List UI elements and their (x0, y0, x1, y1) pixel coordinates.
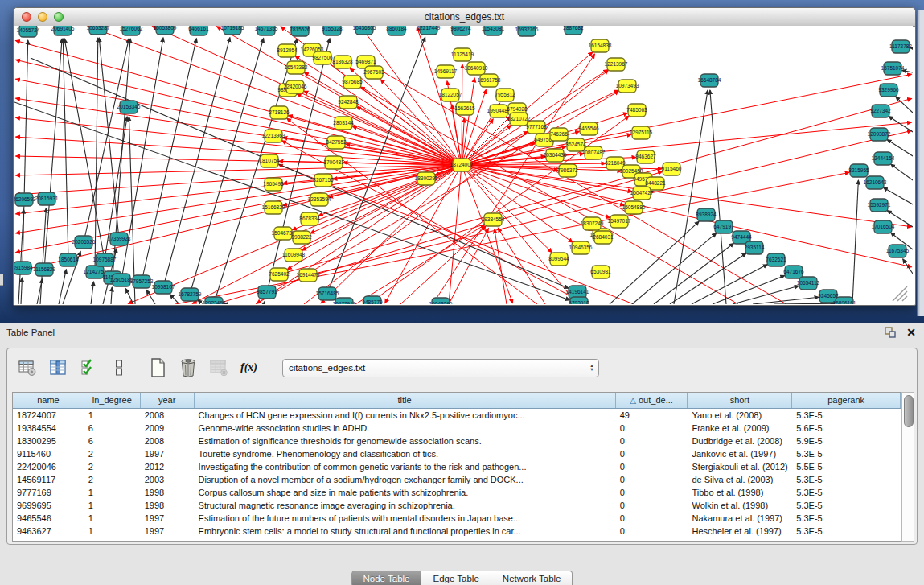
graph-node[interactable]: 1562615 (454, 102, 475, 115)
graph-node[interactable]: 16043090 (429, 298, 453, 304)
delete-icon[interactable] (178, 358, 198, 378)
graph-node[interactable]: 9242848 (338, 96, 359, 109)
graph-node[interactable]: 11325419 (451, 48, 474, 61)
graph-node[interactable]: 12213967 (605, 58, 628, 71)
graph-node[interactable]: 2935114 (745, 241, 765, 254)
table-row[interactable]: 969969511998Structural magnetic resonanc… (13, 499, 901, 512)
graph-node[interactable]: 14569117 (434, 65, 458, 78)
column-header-year[interactable]: year (141, 393, 195, 408)
graph-node[interactable]: 15497017 (608, 215, 631, 228)
graph-node[interactable]: 10973493 (616, 80, 639, 93)
network-window-titlebar[interactable]: citations_edges.txt (14, 8, 915, 27)
graph-node[interactable]: 15932766 (515, 26, 539, 36)
graph-node[interactable]: 3915984 (14, 262, 33, 274)
resize-grip-icon[interactable] (893, 286, 907, 301)
table-selector[interactable]: citations_edges.txt ▲▼ (282, 359, 599, 377)
graph-node[interactable]: 9329966 (878, 84, 899, 97)
column-header-name[interactable]: name (13, 393, 84, 408)
column-header-title[interactable]: title (195, 393, 616, 408)
table-settings-icon[interactable] (17, 358, 37, 378)
graph-node[interactable]: 26206593 (14, 193, 36, 206)
graph-node[interactable]: 11172782 (889, 40, 912, 53)
select-rows-icon[interactable] (78, 358, 98, 378)
graph-node[interactable]: 16047427 (630, 187, 654, 200)
column-header-in_degree[interactable]: in_degree (84, 393, 141, 408)
graph-node[interactable]: 9777169 (526, 121, 547, 134)
graph-node[interactable]: 15716485 (316, 287, 339, 300)
graph-node[interactable]: 8938924 (696, 208, 717, 221)
graph-node[interactable]: 16896161 (833, 297, 856, 304)
graph-node[interactable]: 16543382 (285, 61, 308, 74)
table-row[interactable]: 1872400712008Changes of HCN gene express… (13, 409, 901, 422)
graph-node[interactable]: 7955812 (495, 89, 515, 101)
graph-node[interactable]: 1850614 (58, 253, 79, 266)
graph-node[interactable]: 18307249 (581, 217, 604, 230)
float-panel-icon[interactable] (885, 327, 897, 338)
table-row[interactable]: 911546021997Tourette syndrome. Phenomeno… (13, 447, 901, 460)
column-header-out_de[interactable]: △out_de... (616, 393, 688, 408)
new-document-icon[interactable] (147, 358, 167, 378)
scrollbar-thumb[interactable] (904, 395, 914, 427)
graph-node[interactable]: 15054880 (622, 201, 646, 214)
graph-node[interactable]: 746266 (550, 128, 568, 141)
graph-node[interactable]: 8099544 (548, 253, 569, 266)
column-header-short[interactable]: short (688, 393, 792, 408)
graph-node[interactable]: 2803144 (333, 117, 354, 130)
graph-node[interactable]: 11609948 (282, 249, 306, 262)
graph-node[interactable]: 6471676 (783, 266, 804, 278)
graph-node[interactable]: 1965493 (263, 178, 284, 191)
graph-node[interactable]: 2684031 (593, 231, 614, 244)
graph-node[interactable]: 9115460 (662, 163, 682, 175)
graph-node[interactable]: 12975115 (630, 126, 653, 139)
graph-node[interactable]: 10436305 (353, 26, 376, 35)
graph-node[interactable]: 9827506 (312, 51, 333, 64)
graph-node[interactable]: 8678334 (299, 212, 320, 225)
graph-node[interactable]: 14055724 (17, 26, 40, 37)
graph-node[interactable]: 6466161 (188, 26, 209, 35)
graph-node[interactable]: 12213963 (262, 130, 285, 142)
column-header-pagerank[interactable]: pagerank (792, 393, 901, 408)
graph-node[interactable]: 15276062 (120, 26, 143, 35)
graph-node[interactable]: 16477919 (333, 298, 356, 304)
graph-node[interactable]: 9875685 (342, 76, 363, 89)
graph-node[interactable]: 7625402 (269, 268, 290, 281)
table-row[interactable]: 1456911722003Disruption of a novel membe… (13, 473, 901, 486)
row-height-icon[interactable] (109, 358, 129, 378)
graph-node[interactable]: 17957253 (130, 275, 154, 288)
graph-node[interactable]: 10807487 (582, 146, 606, 159)
graph-node[interactable]: 20364436 (544, 149, 567, 162)
graph-node[interactable]: 18122057 (439, 89, 462, 101)
table-row[interactable]: 1830029562008Estimation of significance … (13, 435, 901, 447)
graph-node[interactable]: 8427552 (326, 136, 347, 149)
graph-node[interactable]: 12444154 (872, 152, 895, 165)
graph-node[interactable]: 8215955 (848, 164, 869, 177)
graph-node[interactable]: 7815526 (290, 26, 310, 36)
graph-node[interactable]: 16782759 (179, 288, 202, 301)
graph-node[interactable]: 16914479 (297, 269, 320, 282)
zoom-window-icon[interactable] (54, 12, 64, 22)
graph-node[interactable]: 6793918 (569, 297, 589, 304)
table-scrollbar[interactable] (901, 392, 914, 542)
graph-node[interactable]: 18640910 (465, 62, 488, 75)
graph-node[interactable]: 8912954 (277, 44, 298, 57)
select-column-icon[interactable] (47, 358, 68, 378)
graph-node[interactable]: 19904483 (487, 105, 511, 117)
graph-node[interactable]: 20206526 (72, 236, 96, 249)
graph-node[interactable]: 17016504 (872, 220, 895, 233)
graph-node[interactable]: 10719185 (221, 26, 244, 35)
close-panel-icon[interactable]: ✕ (906, 327, 916, 338)
graph-node[interactable]: 8267150 (313, 174, 334, 187)
network-window[interactable]: citations_edges.txt 14055724206914061065… (13, 7, 916, 306)
graph-node[interactable]: 20691406 (51, 26, 75, 35)
graph-node[interactable]: 2967603 (363, 66, 384, 79)
graph-node[interactable]: 10653287 (87, 26, 110, 35)
graph-node[interactable]: 1700481 (323, 156, 344, 169)
graph-node[interactable]: 16210643 (864, 176, 887, 189)
graph-node[interactable]: 11156829 (33, 263, 55, 276)
graph-node[interactable]: 9938222 (291, 231, 312, 244)
tab-network-table[interactable]: Network Table (491, 571, 573, 585)
graph-node[interactable]: 7986372 (557, 164, 578, 177)
graph-node[interactable]: 15046736 (272, 227, 295, 240)
graph-node[interactable]: 19384554 (482, 213, 505, 226)
graph-node[interactable]: 12217449 (417, 26, 441, 35)
